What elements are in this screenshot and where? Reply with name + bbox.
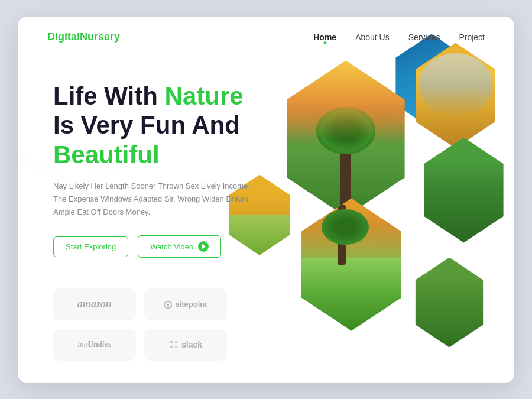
navbar: DigitalNursery Home About Us Services Pr… [18,17,514,58]
logo-green: Nursery [80,31,120,43]
partner-meundies: meUndies [53,329,136,361]
nav-link-about[interactable]: About Us [355,33,390,42]
watch-video-label: Watch Video [150,242,193,251]
amazon-logo: amazon [77,298,112,310]
nav-link-services[interactable]: Services [408,33,440,42]
slack-logo: slack [169,340,202,349]
hex-image-dark-green [410,258,488,348]
nav-item-about[interactable]: About Us [355,32,390,43]
logo-black: Digital [47,31,80,43]
slack-icon [169,340,179,349]
nav-item-home[interactable]: Home [313,32,336,43]
meundies-logo: meUndies [78,340,112,349]
hero-title-green1: Nature [165,82,244,110]
hero-content: Life With Nature Is Very Fun And Beautif… [53,82,301,258]
nav-link-project[interactable]: Project [459,33,485,42]
watch-video-button[interactable]: Watch Video [138,235,221,258]
logo[interactable]: DigitalNursery [47,31,120,43]
svg-rect-5 [170,346,173,348]
hero-buttons: Start Exploring Watch Video [53,235,301,258]
hex-image-green-field [418,138,510,243]
hex-image-field-sky [294,199,409,331]
hero-description: Nay Likely Her Length Sooner Thrown Sex … [53,180,254,219]
start-exploring-button[interactable]: Start Exploring [53,236,128,257]
partner-amazon: amazon [53,288,136,320]
svg-rect-4 [175,341,177,343]
partners-section: amazon sitepoint meUndies slack [53,288,227,361]
svg-rect-6 [175,346,177,348]
sitepoint-icon [164,300,172,309]
hero-title-part2: Is Very Fun And [53,111,240,139]
sitepoint-logo: sitepoint [164,300,207,309]
hero-title-part1: Life With [53,82,165,110]
main-card: DigitalNursery Home About Us Services Pr… [18,17,514,383]
partner-sitepoint: sitepoint [144,288,227,320]
nav-item-services[interactable]: Services [408,32,440,43]
nav-link-home[interactable]: Home [313,33,336,42]
hero-title-green2: Beautiful [53,141,160,168]
partner-slack: slack [144,329,227,361]
play-icon [198,241,209,252]
nav-item-project[interactable]: Project [459,32,485,43]
svg-point-2 [167,303,169,306]
svg-rect-3 [170,341,173,343]
nav-links: Home About Us Services Project [313,32,485,43]
hero-title: Life With Nature Is Very Fun And Beautif… [53,82,301,170]
